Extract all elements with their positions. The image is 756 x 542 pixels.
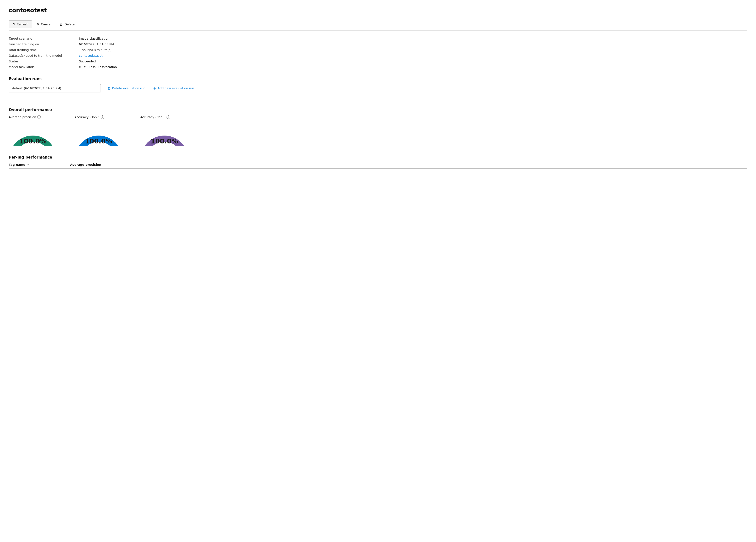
page-title: contosotest <box>9 7 747 14</box>
plus-icon: + <box>153 86 156 90</box>
gauge-label-0: Average precisioni <box>9 115 41 119</box>
gauge-1: Accuracy - Top 1i100.0% <box>75 115 123 146</box>
evaluation-runs-title: Evaluation runs <box>9 77 747 81</box>
delete-icon: 🗑 <box>60 22 63 26</box>
finished-training-value: 6/16/2022, 1:34:58 PM <box>79 43 747 46</box>
gauge-value-2: 100.0% <box>151 137 178 145</box>
gauges-row: Average precisioni100.0%Accuracy - Top 1… <box>9 115 747 146</box>
table-header: Tag name ↑ Average precision <box>9 163 747 169</box>
chevron-down-icon: ⌄ <box>95 87 98 90</box>
trash-icon: 🗑 <box>107 87 110 90</box>
toolbar: ↻ Refresh ✕ Cancel 🗑 Delete <box>9 18 747 31</box>
refresh-button[interactable]: ↻ Refresh <box>9 20 32 28</box>
eval-runs-row: default (6/16/2022, 1:34:25 PM) ⌄ 🗑 Dele… <box>9 84 747 92</box>
dataset-label: Dataset(s) used to train the model <box>9 54 79 57</box>
model-task-label: Model task kinds <box>9 65 79 69</box>
overall-performance-title: Overall performance <box>9 108 747 112</box>
tag-name-column-header[interactable]: Tag name ↑ <box>9 163 70 167</box>
total-training-label: Total training time <box>9 48 79 52</box>
target-scenario-value: Image classification <box>79 37 747 40</box>
delete-eval-run-button[interactable]: 🗑 Delete evaluation run <box>106 86 147 91</box>
gauge-visual-1: 100.0% <box>75 121 123 146</box>
info-grid: Target scenario Image classification Fin… <box>9 37 747 69</box>
target-scenario-label: Target scenario <box>9 37 79 40</box>
sort-asc-icon: ↑ <box>27 164 29 167</box>
info-icon[interactable]: i <box>37 115 41 119</box>
eval-run-selected-value: default (6/16/2022, 1:34:25 PM) <box>12 87 61 90</box>
model-task-value: Multi-Class Classification <box>79 65 747 69</box>
status-value: Succeeded <box>79 60 747 63</box>
delete-button[interactable]: 🗑 Delete <box>56 20 78 28</box>
per-tag-performance-title: Per-Tag performance <box>9 155 747 160</box>
gauge-2: Accuracy - Top 5i100.0% <box>140 115 188 146</box>
status-label: Status <box>9 60 79 63</box>
total-training-value: 1 hour(s) 8 minute(s) <box>79 48 747 52</box>
cancel-icon: ✕ <box>37 22 39 26</box>
info-icon[interactable]: i <box>101 115 104 119</box>
info-icon[interactable]: i <box>167 115 170 119</box>
per-tag-performance-section: Per-Tag performance Tag name ↑ Average p… <box>9 155 747 169</box>
gauge-label-1: Accuracy - Top 1i <box>75 115 104 119</box>
gauge-value-0: 100.0% <box>19 137 47 145</box>
gauge-value-1: 100.0% <box>85 137 112 145</box>
eval-run-dropdown[interactable]: default (6/16/2022, 1:34:25 PM) ⌄ <box>9 84 101 92</box>
gauge-0: Average precisioni100.0% <box>9 115 57 146</box>
evaluation-runs-section: Evaluation runs default (6/16/2022, 1:34… <box>9 77 747 92</box>
gauge-visual-0: 100.0% <box>9 121 57 146</box>
finished-training-label: Finished training on <box>9 43 79 46</box>
add-eval-run-button[interactable]: + Add new evaluation run <box>152 85 195 91</box>
gauge-label-2: Accuracy - Top 5i <box>140 115 170 119</box>
cancel-button[interactable]: ✕ Cancel <box>33 20 55 28</box>
avg-precision-column-header[interactable]: Average precision <box>70 163 747 167</box>
overall-performance-section: Overall performance Average precisioni10… <box>9 108 747 146</box>
dataset-link[interactable]: contosodataset <box>79 54 747 57</box>
gauge-visual-2: 100.0% <box>140 121 188 146</box>
refresh-icon: ↻ <box>12 22 15 26</box>
